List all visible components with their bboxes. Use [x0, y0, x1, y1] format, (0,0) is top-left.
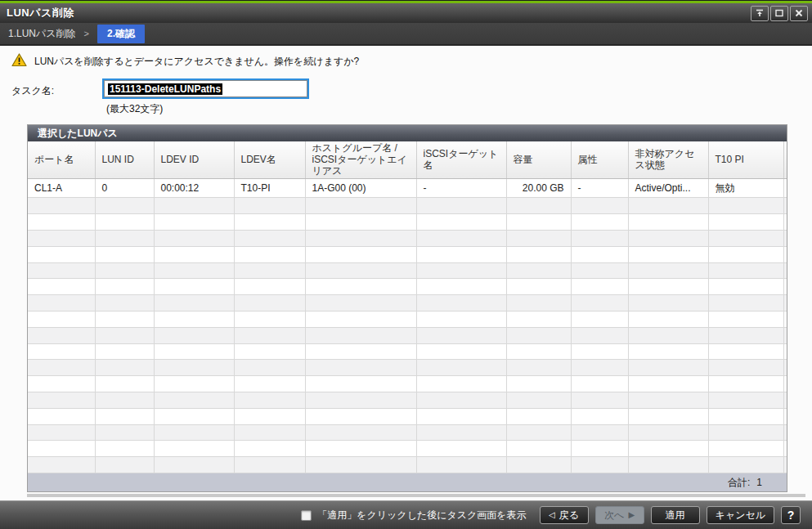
empty-cell [305, 343, 416, 360]
task-name-value-selected: 151113-DeleteLUNPaths [108, 83, 222, 95]
apply-button[interactable]: 適用 [651, 506, 700, 524]
empty-cell [28, 441, 95, 457]
empty-table-row [28, 295, 787, 312]
empty-cell [416, 311, 506, 327]
column-header[interactable]: LDEV名 [234, 141, 305, 179]
help-icon: ? [787, 509, 795, 522]
empty-cell [571, 198, 628, 214]
empty-cell [28, 214, 95, 231]
apply-button-label: 適用 [666, 509, 685, 522]
empty-cell [416, 295, 506, 312]
empty-cell [506, 343, 571, 360]
empty-cell [234, 198, 305, 214]
empty-cell [305, 230, 416, 246]
float-window-button[interactable] [751, 6, 769, 21]
empty-cell [571, 327, 628, 343]
empty-cell [571, 408, 628, 424]
empty-cell [154, 376, 234, 392]
empty-cell [234, 311, 305, 327]
empty-cell [28, 376, 95, 392]
table-cell: Active/Opti... [628, 179, 708, 198]
table-row: CL1-A000:00:12T10-PI1A-G00 (00)-20.00 GB… [28, 179, 787, 198]
empty-cell [28, 262, 95, 279]
empty-cell [708, 246, 783, 262]
column-header[interactable]: ホストグループ名 / iSCSIターゲットエイリアス [305, 141, 416, 179]
empty-cell [628, 214, 708, 231]
empty-cell [234, 246, 305, 262]
empty-cell [506, 198, 571, 214]
empty-cell [95, 424, 154, 441]
empty-cell [154, 230, 234, 246]
empty-cell [506, 360, 571, 376]
empty-cell [305, 424, 416, 441]
empty-cell [305, 392, 416, 408]
empty-cell [234, 327, 305, 343]
maximize-button[interactable] [770, 6, 788, 21]
table-header-row: ポート名LUN IDLDEV IDLDEV名ホストグループ名 / iSCSIター… [28, 141, 787, 179]
empty-cell [416, 441, 506, 457]
empty-cell [571, 392, 628, 408]
empty-cell [708, 408, 783, 424]
empty-cell [571, 214, 628, 231]
empty-table-row [28, 246, 787, 262]
empty-cell [154, 295, 234, 312]
empty-cell [571, 424, 628, 441]
column-header[interactable]: LDEV ID [154, 141, 234, 179]
dialog-title: LUNパス削除 [7, 6, 749, 20]
back-button[interactable]: ◁ 戻る [540, 506, 589, 524]
column-header[interactable]: 属性 [571, 141, 628, 179]
empty-cell [708, 279, 783, 295]
empty-cell [234, 376, 305, 392]
empty-cell [628, 360, 708, 376]
back-button-label: 戻る [559, 509, 579, 522]
empty-cell [628, 230, 708, 246]
empty-cell [783, 343, 787, 360]
empty-cell [95, 408, 154, 424]
empty-cell [154, 214, 234, 231]
empty-table-row [28, 343, 787, 360]
empty-cell [783, 279, 787, 295]
cancel-button[interactable]: キャンセル [707, 506, 774, 524]
empty-cell [234, 360, 305, 376]
empty-cell [154, 262, 234, 279]
empty-cell [234, 279, 305, 295]
task-name-input-focus-ring: 151113-DeleteLUNPaths [102, 78, 309, 99]
column-header[interactable]: T10 PI [708, 141, 783, 179]
empty-cell [628, 392, 708, 408]
show-task-screen-label[interactable]: 「適用」をクリックした後にタスク画面を表示 [317, 509, 526, 522]
empty-cell [708, 214, 783, 231]
column-header[interactable]: LUN ID [95, 141, 154, 179]
dialog-content: LUNパスを削除するとデータにアクセスできません。操作を続けますか? タスク名:… [0, 46, 812, 500]
show-task-screen-option: 「適用」をクリックした後にタスク画面を表示 [301, 509, 526, 522]
empty-cell [305, 198, 416, 214]
empty-cell [154, 424, 234, 441]
empty-table-row [28, 360, 787, 376]
show-task-screen-checkbox[interactable] [301, 510, 312, 521]
empty-cell [95, 343, 154, 360]
wizard-steps-bar: 1.LUNパス削除 > 2.確認 [0, 23, 812, 46]
cancel-button-label: キャンセル [716, 509, 765, 522]
empty-cell [305, 441, 416, 457]
empty-cell [783, 441, 787, 457]
empty-cell [571, 295, 628, 312]
empty-cell [783, 214, 787, 231]
empty-cell [234, 392, 305, 408]
empty-cell [628, 343, 708, 360]
column-header[interactable]: 容量 [506, 141, 571, 179]
help-button[interactable]: ? [781, 506, 801, 524]
empty-table-row [28, 262, 787, 279]
empty-cell [708, 424, 783, 441]
empty-cell [571, 360, 628, 376]
empty-cell [571, 262, 628, 279]
empty-cell [28, 457, 95, 473]
next-button[interactable]: 次へ ▶ [595, 506, 644, 524]
close-button[interactable] [790, 6, 808, 21]
empty-cell [506, 441, 571, 457]
column-header[interactable]: iSCSIターゲット名 [416, 141, 506, 179]
empty-cell [783, 246, 787, 262]
empty-cell [506, 230, 571, 246]
empty-cell [571, 343, 628, 360]
column-header[interactable]: ポート名 [28, 141, 95, 179]
task-name-input[interactable]: 151113-DeleteLUNPaths [104, 80, 307, 97]
column-header[interactable]: 非対称アクセス状態 [628, 141, 708, 179]
